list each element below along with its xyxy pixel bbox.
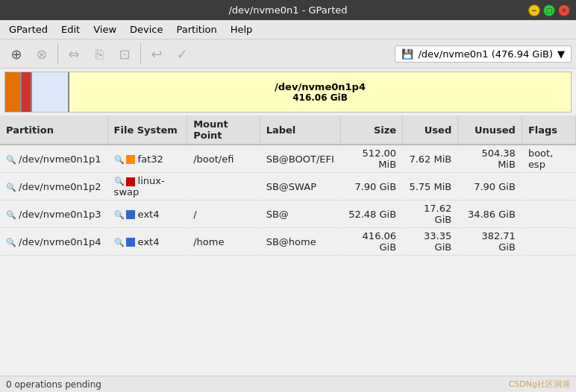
operations-pending: 0 operations pending: [6, 379, 101, 390]
cell-unused: 34.86 GiB: [458, 200, 522, 228]
menu-item-help[interactable]: Help: [225, 22, 259, 37]
partitions-table: Partition File System Mount Point Label …: [0, 116, 576, 256]
minimize-button[interactable]: −: [528, 4, 540, 16]
toolbar-separator-1: [57, 43, 58, 64]
cell-size: 416.06 GiB: [340, 228, 402, 256]
cell-label: SB@: [260, 200, 340, 228]
cell-mountpoint: /boot/efi: [187, 145, 260, 173]
cell-used: 33.35 GiB: [403, 228, 458, 256]
cell-unused: 7.90 GiB: [458, 173, 522, 200]
disk-p4-label: /dev/nvme0n1p4: [275, 81, 366, 92]
cell-partition: 🔍/dev/nvme0n1p4: [0, 228, 107, 256]
cell-label: SB@BOOT/EFI: [260, 145, 340, 173]
disk-partition-1[interactable]: [5, 72, 22, 112]
title-bar: /dev/nvme0n1 - GParted − □ ✕: [0, 0, 576, 20]
cell-flags: [522, 173, 575, 200]
menu-item-edit[interactable]: Edit: [55, 22, 86, 37]
window-controls: − □ ✕: [528, 4, 570, 16]
cell-unused: 504.38 MiB: [458, 145, 522, 173]
cell-mountpoint: [187, 173, 260, 200]
cell-partition: 🔍/dev/nvme0n1p3: [0, 200, 107, 228]
table-row[interactable]: 🔍/dev/nvme0n1p4🔍ext4/homeSB@home416.06 G…: [0, 228, 576, 256]
toolbar: ⊕ ⊗ ⇔ ⎘ ⊡ ↩ ✓ 💾 /dev/nvme0n1 (476.94 GiB…: [0, 39, 576, 69]
table-row[interactable]: 🔍/dev/nvme0n1p3🔍ext4/SB@52.48 GiB17.62 G…: [0, 200, 576, 228]
disk-p4-size: 416.06 GiB: [292, 92, 348, 103]
resize-button[interactable]: ⇔: [62, 42, 86, 66]
device-label: /dev/nvme0n1 (476.94 GiB): [418, 48, 553, 60]
delete-partition-button[interactable]: ⊗: [30, 42, 54, 66]
col-flags: Flags: [522, 116, 575, 145]
new-partition-button[interactable]: ⊕: [4, 42, 28, 66]
cell-mountpoint: /: [187, 200, 260, 228]
menu-item-view[interactable]: View: [87, 22, 122, 37]
table-header-row: Partition File System Mount Point Label …: [0, 116, 576, 145]
cell-flags: [522, 200, 575, 228]
cell-mountpoint: /home: [187, 228, 260, 256]
watermark: CSDNg社区洞湖: [509, 379, 570, 390]
col-filesystem: File System: [107, 116, 187, 145]
cell-used: 5.75 MiB: [403, 173, 458, 200]
disk-partition-2[interactable]: [22, 72, 32, 112]
maximize-button[interactable]: □: [543, 4, 555, 16]
cell-filesystem: 🔍linux-swap: [107, 173, 187, 200]
device-selector[interactable]: 💾 /dev/nvme0n1 (476.94 GiB) ▼: [395, 45, 572, 63]
cell-flags: boot, esp: [522, 145, 575, 173]
apply-button[interactable]: ✓: [170, 42, 194, 66]
disk-partition-3[interactable]: [32, 72, 69, 112]
device-dropdown-icon: ▼: [557, 48, 565, 60]
col-mountpoint: Mount Point: [187, 116, 260, 145]
col-used: Used: [403, 116, 458, 145]
cell-label: SB@SWAP: [260, 173, 340, 200]
undo-button[interactable]: ↩: [145, 42, 169, 66]
menu-item-partition[interactable]: Partition: [171, 22, 223, 37]
cell-used: 7.62 MiB: [403, 145, 458, 173]
toolbar-separator-2: [140, 43, 141, 64]
partition-table: Partition File System Mount Point Label …: [0, 116, 576, 376]
status-bar: 0 operations pending CSDNg社区洞湖: [0, 376, 576, 392]
cell-partition: 🔍/dev/nvme0n1p2: [0, 173, 107, 200]
cell-used: 17.62 GiB: [403, 200, 458, 228]
table-body: 🔍/dev/nvme0n1p1🔍fat32/boot/efiSB@BOOT/EF…: [0, 145, 576, 256]
cell-size: 512.00 MiB: [340, 145, 402, 173]
disk-visual: /dev/nvme0n1p4 416.06 GiB: [4, 72, 572, 113]
cell-filesystem: 🔍fat32: [107, 145, 187, 173]
col-unused: Unused: [458, 116, 522, 145]
col-partition: Partition: [0, 116, 107, 145]
device-disk-icon: 💾: [401, 48, 413, 60]
menu-bar: GPartedEditViewDevicePartitionHelp: [0, 20, 576, 39]
cell-filesystem: 🔍ext4: [107, 200, 187, 228]
cell-flags: [522, 228, 575, 256]
copy-button[interactable]: ⎘: [87, 42, 111, 66]
cell-label: SB@home: [260, 228, 340, 256]
menu-item-gparted[interactable]: GParted: [3, 22, 54, 37]
cell-partition: 🔍/dev/nvme0n1p1: [0, 145, 107, 173]
close-button[interactable]: ✕: [558, 4, 570, 16]
col-label: Label: [260, 116, 340, 145]
table-row[interactable]: 🔍/dev/nvme0n1p2🔍linux-swapSB@SWAP7.90 Gi…: [0, 173, 576, 200]
cell-size: 7.90 GiB: [340, 173, 402, 200]
cell-size: 52.48 GiB: [340, 200, 402, 228]
paste-button[interactable]: ⊡: [113, 42, 137, 66]
cell-filesystem: 🔍ext4: [107, 228, 187, 256]
col-size: Size: [340, 116, 402, 145]
disk-partition-4[interactable]: /dev/nvme0n1p4 416.06 GiB: [69, 72, 571, 112]
window-title: /dev/nvme0n1 - GParted: [228, 4, 347, 16]
menu-item-device[interactable]: Device: [124, 22, 169, 37]
table-row[interactable]: 🔍/dev/nvme0n1p1🔍fat32/boot/efiSB@BOOT/EF…: [0, 145, 576, 173]
cell-unused: 382.71 GiB: [458, 228, 522, 256]
